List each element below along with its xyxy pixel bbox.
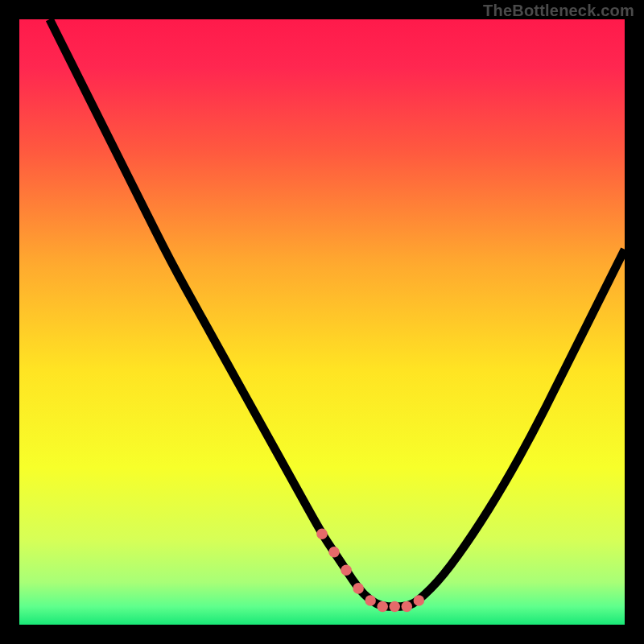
valley-marker: [365, 595, 376, 606]
valley-marker: [402, 601, 413, 613]
valley-marker: [389, 601, 400, 613]
valley-marker: [316, 528, 328, 539]
watermark-text: TheBottleneck.com: [483, 2, 634, 20]
valley-marker: [328, 547, 340, 558]
valley-marker: [414, 595, 425, 606]
valley-marker: [353, 583, 364, 594]
chart-plot: [19, 19, 625, 625]
valley-marker: [341, 565, 352, 576]
chart-frame: TheBottleneck.com: [0, 0, 644, 644]
valley-marker: [377, 601, 388, 613]
